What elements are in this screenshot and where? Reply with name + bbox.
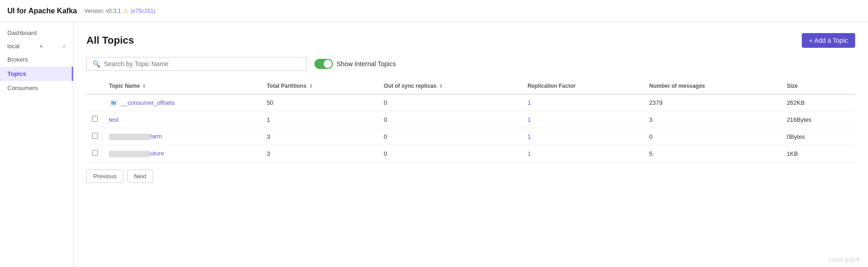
row-number-of-messages: 0 <box>644 128 781 145</box>
sidebar-item-topics[interactable]: Topics <box>0 67 73 81</box>
search-box: 🔍 <box>86 57 307 71</box>
sidebar-item-brokers[interactable]: Brokers <box>0 52 73 67</box>
show-internal-label: Show Internal Topics <box>337 60 396 68</box>
cluster-row[interactable]: local ★ ∧ <box>0 40 73 52</box>
page-title: All Topics <box>86 34 134 46</box>
chevron-up-icon: ∧ <box>63 44 66 49</box>
internal-badge: IN <box>109 100 118 106</box>
add-topic-button[interactable]: + Add a Topic <box>802 33 855 48</box>
table-header-row: Topic Name ⇕ Total Partitions ⇕ Out of s… <box>86 78 855 94</box>
row-replication-factor: 1 <box>522 94 644 111</box>
row-total-partitions: 3 <box>261 128 378 145</box>
sidebar-item-dashboard[interactable]: Dashboard <box>0 26 73 40</box>
row-topic-name[interactable]: test <box>103 111 261 128</box>
version-info: Version: v0.3.1 ⚠ (e75c251) <box>84 7 155 15</box>
th-topic-name[interactable]: Topic Name ⇕ <box>103 78 261 94</box>
row-replication-factor: 1 <box>522 111 644 128</box>
row-checkbox-cell <box>86 128 103 145</box>
row-out-of-sync-replicas: 0 <box>378 94 522 111</box>
th-replication-factor: Replication Factor <box>522 78 644 94</box>
pagination: Previous Next <box>86 170 855 183</box>
row-total-partitions: 50 <box>261 94 378 111</box>
previous-button[interactable]: Previous <box>86 170 124 183</box>
toolbar: 🔍 Show Internal Topics <box>86 57 855 71</box>
show-internal-toggle[interactable] <box>314 59 333 69</box>
row-checkbox[interactable] <box>92 116 98 122</box>
row-checkbox[interactable] <box>92 150 98 156</box>
sidebar: Dashboard local ★ ∧ Brokers Topics Consu… <box>0 22 74 267</box>
row-size: 216Bytes <box>781 111 855 128</box>
row-topic-name[interactable]: ████████larm <box>103 128 261 145</box>
row-number-of-messages: 2379 <box>644 94 781 111</box>
row-checkbox-cell <box>86 94 103 111</box>
search-icon: 🔍 <box>92 60 100 68</box>
sort-icon-topic-name: ⇕ <box>142 84 146 89</box>
top-bar: UI for Apache Kafka Version: v0.3.1 ⚠ (e… <box>0 0 868 22</box>
table-row: IN__consumer_offsets50012379262KB <box>86 94 855 111</box>
row-number-of-messages: 3 <box>644 111 781 128</box>
blurred-prefix: ████████ <box>109 151 150 157</box>
row-out-of-sync-replicas: 0 <box>378 145 522 162</box>
row-checkbox-cell <box>86 111 103 128</box>
toggle-row: Show Internal Topics <box>314 59 396 69</box>
row-out-of-sync-replicas: 0 <box>378 111 522 128</box>
sort-icon-sync: ⇕ <box>439 84 443 89</box>
row-size: 262KB <box>781 94 855 111</box>
main-layout: Dashboard local ★ ∧ Brokers Topics Consu… <box>0 22 868 267</box>
topics-table: Topic Name ⇕ Total Partitions ⇕ Out of s… <box>86 78 855 162</box>
blurred-prefix: ████████ <box>109 134 150 140</box>
row-size: 0Bytes <box>781 128 855 145</box>
next-button[interactable]: Next <box>127 170 154 183</box>
search-input[interactable] <box>104 60 301 68</box>
content-area: All Topics + Add a Topic 🔍 Show Internal… <box>74 22 868 267</box>
row-checkbox-cell <box>86 145 103 162</box>
row-topic-name[interactable]: IN__consumer_offsets <box>103 94 261 111</box>
th-out-of-sync[interactable]: Out of sync replicas ⇕ <box>378 78 522 94</box>
th-checkbox <box>86 78 103 94</box>
sort-icon-partitions: ⇕ <box>309 84 313 89</box>
th-size: Size <box>781 78 855 94</box>
row-replication-factor: 1 <box>522 128 644 145</box>
page-header: All Topics + Add a Topic <box>86 33 855 48</box>
th-total-partitions[interactable]: Total Partitions ⇕ <box>261 78 378 94</box>
row-size: 1KB <box>781 145 855 162</box>
table-row: ████████larm30100Bytes <box>86 128 855 145</box>
version-link[interactable]: (e75c251) <box>131 8 155 14</box>
table-row: test1013216Bytes <box>86 111 855 128</box>
th-num-messages: Number of messages <box>644 78 781 94</box>
row-number-of-messages: 5 <box>644 145 781 162</box>
sidebar-item-consumers[interactable]: Consumers <box>0 81 73 95</box>
row-checkbox[interactable] <box>92 133 98 139</box>
row-total-partitions: 1 <box>261 111 378 128</box>
watermark: CSDN @灵泽~ <box>828 256 862 263</box>
row-replication-factor: 1 <box>522 145 644 162</box>
warn-icon: ⚠ <box>123 7 129 15</box>
row-topic-name[interactable]: ████████uture <box>103 145 261 162</box>
row-total-partitions: 3 <box>261 145 378 162</box>
cluster-badge: ★ <box>39 44 43 49</box>
row-out-of-sync-replicas: 0 <box>378 128 522 145</box>
table-row: ████████uture30151KB <box>86 145 855 162</box>
cluster-name: local <box>7 43 20 50</box>
version-label: Version: v0.3.1 <box>84 8 120 14</box>
app-title: UI for Apache Kafka <box>7 7 77 15</box>
